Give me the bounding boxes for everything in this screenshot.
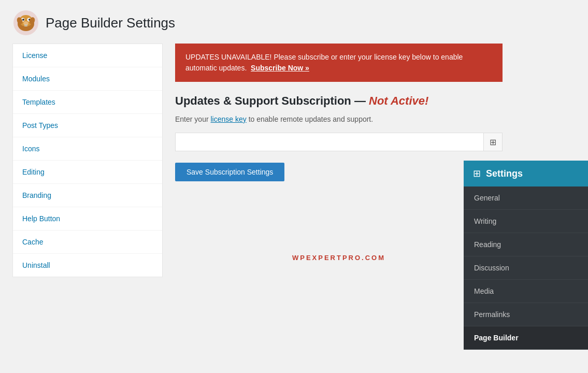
- svg-point-5: [22, 19, 24, 21]
- license-input-row: ⊞: [175, 133, 503, 151]
- beaver-logo: [12, 9, 39, 36]
- license-key-icon-button[interactable]: ⊞: [484, 133, 503, 151]
- sidebar-item-editing[interactable]: Editing: [13, 161, 162, 184]
- sidebar-item-modules[interactable]: Modules: [13, 67, 162, 91]
- desc-prefix: Enter your: [175, 115, 210, 123]
- settings-item-media[interactable]: Media: [464, 280, 588, 303]
- sidebar-item-cache[interactable]: Cache: [13, 231, 162, 254]
- main-content: UPDATES UNAVAILABLE! Please subscribe or…: [163, 44, 515, 277]
- page-title: Page Builder Settings: [46, 15, 175, 31]
- license-key-link[interactable]: license key: [210, 115, 246, 123]
- settings-item-reading[interactable]: Reading: [464, 233, 588, 256]
- settings-item-general[interactable]: General: [464, 187, 588, 210]
- sidebar-item-help-button[interactable]: Help Button: [13, 207, 162, 231]
- settings-item-page-builder[interactable]: Page Builder: [464, 326, 588, 350]
- alert-message: UPDATES UNAVAILABLE! Please subscribe or…: [185, 53, 463, 72]
- settings-header-icon: ⊞: [473, 168, 481, 179]
- watermark: WPEXPERTPRO.COM: [175, 254, 503, 262]
- section-title: Updates & Support Subscription — Not Act…: [175, 94, 503, 108]
- sidebar-item-icons[interactable]: Icons: [13, 137, 162, 161]
- settings-item-writing[interactable]: Writing: [464, 210, 588, 233]
- subscribe-link[interactable]: Subscribe Now »: [251, 64, 309, 72]
- settings-item-discussion[interactable]: Discussion: [464, 256, 588, 280]
- grid-icon: ⊞: [490, 137, 496, 147]
- section-title-main: Updates & Support Subscription —: [175, 94, 369, 107]
- section-title-status: Not Active!: [369, 94, 428, 107]
- page-header: Page Builder Settings: [0, 0, 588, 44]
- settings-panel: ⊞ Settings General Writing Reading Discu…: [464, 161, 588, 350]
- settings-item-permalinks[interactable]: Permalinks: [464, 303, 588, 326]
- settings-panel-title: Settings: [486, 168, 523, 179]
- sidebar-item-uninstall[interactable]: Uninstall: [13, 254, 162, 277]
- sidebar-item-templates[interactable]: Templates: [13, 91, 162, 114]
- desc-suffix: to enable remote updates and support.: [247, 115, 373, 123]
- save-subscription-button[interactable]: Save Subscription Settings: [175, 163, 284, 181]
- section-description: Enter your license key to enable remote …: [175, 115, 503, 123]
- settings-panel-header: ⊞ Settings: [464, 161, 588, 187]
- sidebar-item-branding[interactable]: Branding: [13, 184, 162, 207]
- alert-banner: UPDATES UNAVAILABLE! Please subscribe or…: [175, 44, 503, 82]
- left-sidebar: License Modules Templates Post Types Ico…: [12, 44, 163, 277]
- license-key-input[interactable]: [175, 133, 484, 151]
- sidebar-item-license[interactable]: License: [13, 44, 162, 67]
- sidebar-item-post-types[interactable]: Post Types: [13, 114, 162, 137]
